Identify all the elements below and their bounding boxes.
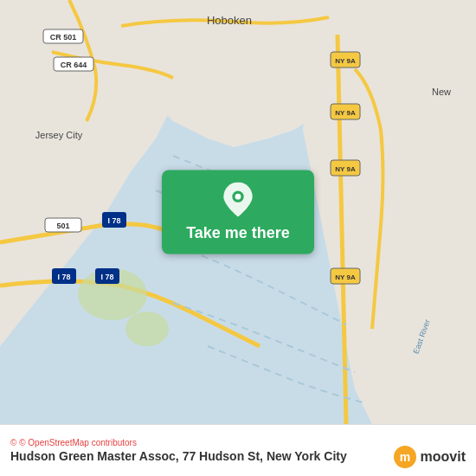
svg-text:m: m [399,450,409,464]
moovit-logo: m moovit [393,445,466,469]
svg-text:New: New [432,87,451,97]
svg-point-31 [235,194,241,200]
svg-text:CR 501: CR 501 [50,33,77,42]
moovit-icon: m [393,445,417,469]
svg-text:Hoboken: Hoboken [207,14,252,27]
moovit-wordmark: moovit [421,449,466,465]
take-me-there-button[interactable]: Take me there [162,170,314,254]
svg-text:Jersey City: Jersey City [35,130,83,140]
svg-point-5 [125,312,169,346]
location-pin-icon [221,183,255,217]
svg-text:I 78: I 78 [107,216,120,225]
svg-text:NY 9A: NY 9A [335,109,356,117]
svg-text:I 78: I 78 [100,273,113,281]
svg-text:NY 9A: NY 9A [335,273,356,281]
svg-text:501: 501 [56,222,69,230]
svg-text:NY 9A: NY 9A [335,165,356,173]
attribution-text: © OpenStreetMap contributors [19,438,137,447]
map-area: 501 CR 644 CR 501 I 78 I 78 I 78 NY 9A N… [0,0,476,424]
svg-text:NY 9A: NY 9A [335,57,356,65]
cta-label: Take me there [186,224,290,242]
svg-text:I 78: I 78 [57,273,70,281]
copyright-symbol: © [10,438,16,447]
svg-text:CR 644: CR 644 [61,61,87,69]
footer: © © OpenStreetMap contributors Hudson Gr… [0,424,476,476]
